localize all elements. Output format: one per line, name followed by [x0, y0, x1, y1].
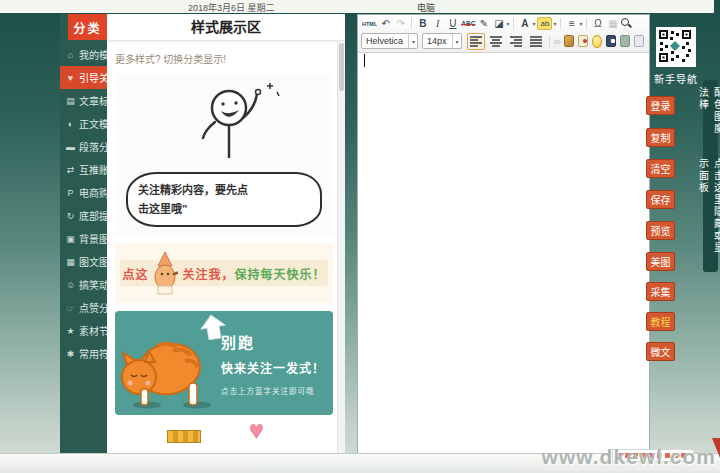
list-dropdown-caret[interactable]: ▾	[579, 20, 582, 27]
toolbar-separator	[549, 36, 550, 47]
more-styles-link[interactable]: 更多样式? 切换分类显示!	[115, 51, 337, 66]
font-color-icon[interactable]: A	[518, 17, 531, 30]
chevron-down-icon: ▾	[452, 34, 459, 48]
yellow-badge	[167, 430, 201, 443]
chevron-down-icon: ▾	[408, 34, 415, 48]
map-icon[interactable]	[620, 35, 630, 47]
editor-content[interactable]	[358, 51, 649, 454]
beautify-button[interactable]: 美图	[646, 252, 675, 271]
banner-text-mid: 关注我，	[182, 265, 234, 282]
tutorial-button[interactable]: 教程	[646, 312, 675, 331]
login-button[interactable]: 登录	[646, 96, 675, 115]
cartoon-character	[152, 250, 178, 296]
undo-icon[interactable]: ↶	[379, 17, 392, 30]
toggle-panel-label: 点击这里隐藏或显示面板	[696, 158, 720, 265]
paragraph-divider-icon: ▬	[65, 142, 76, 152]
sidebar-item-mutual-promo[interactable]: ⇄互推账号	[60, 158, 107, 181]
heart-icon: ♥	[249, 415, 264, 444]
font-size-value: 14px	[427, 36, 447, 46]
weiwen-button[interactable]: 微文	[646, 342, 675, 361]
font-family-select[interactable]: Helvetica▾	[361, 33, 418, 49]
sidebar-item-common-symbols[interactable]: ✱常用符号	[60, 342, 107, 365]
sidebar-item-paragraph-divider[interactable]: ▬段落分割	[60, 135, 107, 158]
festival-material-icon: ★	[65, 326, 76, 336]
sidebar-item-like-share[interactable]: ☞点赞分享	[60, 296, 107, 319]
style-card-bubble[interactable]: 关注精彩内容，要先点 击这里哦”	[115, 74, 333, 235]
cat-card-line3: 点击上方蓝字关注即可哦	[221, 385, 325, 396]
panel-scrollbar-thumb[interactable]	[339, 43, 344, 91]
find-replace-icon[interactable]	[620, 17, 633, 30]
funny-gif-icon: ☺	[65, 280, 76, 290]
sidebar-item-funny-gif[interactable]: ☺搞笑动图	[60, 273, 107, 296]
highlight-dropdown-caret[interactable]: ▾	[553, 20, 556, 27]
like-share-icon: ☞	[65, 303, 76, 313]
source-code-icon[interactable]: HTML	[362, 17, 377, 30]
toolbar-separator	[513, 18, 514, 29]
top-bar: 2018年3月6日 星期二 电脑	[0, 0, 714, 13]
style-card-partial[interactable]: ♥	[115, 423, 333, 445]
highlight-icon[interactable]: ab	[537, 17, 552, 30]
cat-drawing	[119, 331, 215, 411]
video-icon[interactable]	[606, 35, 616, 47]
sidebar-item-ecommerce[interactable]: P电商购物	[60, 181, 107, 204]
eraser-dropdown-caret[interactable]: ▾	[506, 20, 509, 27]
cat-card-line2: 快来关注一发式！	[221, 359, 325, 376]
date-label: 2018年3月6日 星期二	[188, 1, 275, 14]
underline-icon[interactable]: U	[446, 17, 459, 30]
background-image-icon: ▣	[65, 234, 76, 244]
qr-caption: 新手导航	[646, 71, 706, 86]
banner-text-suffix: 保持每天快乐！	[235, 265, 326, 282]
collect-button[interactable]: 采集	[646, 282, 675, 301]
stick-figure-drawing	[149, 78, 299, 166]
italic-icon[interactable]: I	[431, 17, 444, 30]
print-icon[interactable]	[634, 35, 644, 47]
category-list: ⌂我的模板 ♥引导关注 ▤文章标题 ◐正文模板 ▬段落分割 ⇄互推账号 P电商购…	[60, 43, 107, 365]
redo-icon[interactable]: ↷	[394, 17, 407, 30]
panel-title: 样式展示区	[107, 14, 345, 41]
special-char-icon[interactable]: Ω	[591, 17, 604, 30]
eraser-icon[interactable]: ◪	[492, 17, 505, 30]
align-justify-icon[interactable]	[527, 33, 545, 50]
sidebar-item-my-templates[interactable]: ⌂我的模板	[60, 43, 107, 66]
style-card-cat[interactable]: 别跑 快来关注一发式！ 点击上方蓝字关注即可哦	[115, 311, 333, 415]
sidebar-item-festival-material[interactable]: ★素材节日	[60, 319, 107, 342]
footer-tip-icon: ↻	[65, 211, 76, 221]
article-title-icon: ▤	[65, 96, 76, 106]
side-tool-strip[interactable]: 配色图魔法棒 点击这里隐藏或显示面板	[703, 80, 718, 272]
bold-icon[interactable]: B	[416, 17, 429, 30]
sidebar-item-background-image[interactable]: ▣背景图文	[60, 227, 107, 250]
font-size-select[interactable]: 14px▾	[422, 33, 462, 49]
style-card-banner[interactable]: 点这 关注我， 保持每天快乐！	[115, 243, 333, 303]
toolbar-row-2: Helvetica▾ 14px▾ ∞	[361, 32, 646, 50]
table-icon[interactable]: ▦	[606, 17, 619, 30]
sidebar-item-guide-follow[interactable]: ♥引导关注	[60, 66, 107, 89]
editor-panel: HTML ↶ ↷ B I U ABC ✎ ◪ ▾ A ▾ ab ▾ ≡ ▾ Ω …	[357, 14, 650, 455]
sidebar-item-body-template[interactable]: ◐正文模板	[60, 112, 107, 135]
list-icon[interactable]: ≡	[565, 17, 578, 30]
align-left-icon[interactable]	[467, 33, 485, 50]
sidebar-item-footer-tip[interactable]: ↻底部提示	[60, 204, 107, 227]
color-magic-label: 配色图魔法棒	[696, 87, 720, 145]
sidebar-item-article-title[interactable]: ▤文章标题	[60, 89, 107, 112]
watermark: www.dkewl.com	[542, 445, 716, 469]
emoji-icon[interactable]	[592, 35, 601, 48]
home-icon: ⌂	[65, 50, 76, 60]
copy-button[interactable]: 复制	[646, 128, 675, 147]
font-color-dropdown-caret[interactable]: ▾	[532, 20, 535, 27]
cat-card-text: 别跑 快来关注一发式！ 点击上方蓝字关注即可哦	[221, 331, 325, 396]
strikethrough-icon[interactable]: ABC	[461, 17, 475, 30]
unlink-icon[interactable]: ∞	[553, 36, 562, 47]
image-icon[interactable]	[564, 35, 574, 47]
image-text-icon: ▦	[65, 257, 76, 267]
toolbar-separator	[411, 18, 412, 29]
sidebar-item-image-text[interactable]: ▦图文图片	[60, 250, 107, 273]
clear-button[interactable]: 清空	[646, 159, 675, 178]
align-center-icon[interactable]	[487, 33, 505, 50]
preview-button[interactable]: 预览	[646, 221, 675, 240]
align-right-icon[interactable]	[507, 33, 525, 50]
screenshot-icon[interactable]	[578, 35, 588, 47]
panel-scrollbar[interactable]	[337, 41, 345, 455]
bubble-text-line2: 击这里哦”	[138, 200, 310, 219]
format-painter-icon[interactable]: ✎	[477, 17, 490, 30]
save-button[interactable]: 保存	[646, 190, 675, 209]
